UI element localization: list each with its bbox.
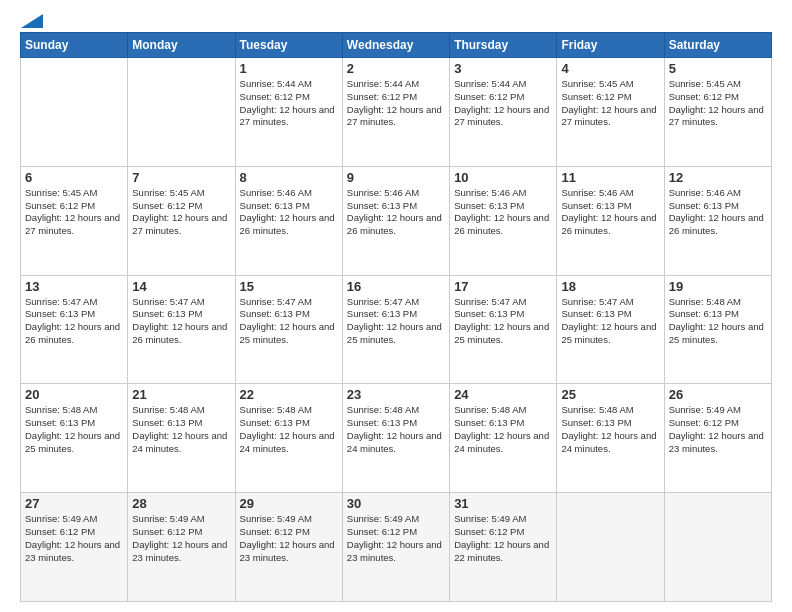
cell-info: Sunrise: 5:46 AM Sunset: 6:13 PM Dayligh… [347, 187, 445, 238]
calendar-cell [128, 58, 235, 167]
calendar-cell: 22Sunrise: 5:48 AM Sunset: 6:13 PM Dayli… [235, 384, 342, 493]
cell-info: Sunrise: 5:44 AM Sunset: 6:12 PM Dayligh… [347, 78, 445, 129]
day-number: 23 [347, 387, 445, 402]
header-saturday: Saturday [664, 33, 771, 58]
day-number: 15 [240, 279, 338, 294]
day-number: 3 [454, 61, 552, 76]
day-number: 11 [561, 170, 659, 185]
cell-info: Sunrise: 5:45 AM Sunset: 6:12 PM Dayligh… [25, 187, 123, 238]
header-friday: Friday [557, 33, 664, 58]
week-row-1: 6Sunrise: 5:45 AM Sunset: 6:12 PM Daylig… [21, 166, 772, 275]
cell-info: Sunrise: 5:46 AM Sunset: 6:13 PM Dayligh… [454, 187, 552, 238]
day-number: 21 [132, 387, 230, 402]
logo-icon [21, 14, 43, 28]
cell-info: Sunrise: 5:47 AM Sunset: 6:13 PM Dayligh… [454, 296, 552, 347]
cell-info: Sunrise: 5:49 AM Sunset: 6:12 PM Dayligh… [25, 513, 123, 564]
cell-info: Sunrise: 5:44 AM Sunset: 6:12 PM Dayligh… [454, 78, 552, 129]
calendar-cell: 17Sunrise: 5:47 AM Sunset: 6:13 PM Dayli… [450, 275, 557, 384]
week-row-4: 27Sunrise: 5:49 AM Sunset: 6:12 PM Dayli… [21, 493, 772, 602]
calendar-cell: 3Sunrise: 5:44 AM Sunset: 6:12 PM Daylig… [450, 58, 557, 167]
calendar-cell: 25Sunrise: 5:48 AM Sunset: 6:13 PM Dayli… [557, 384, 664, 493]
calendar-cell: 14Sunrise: 5:47 AM Sunset: 6:13 PM Dayli… [128, 275, 235, 384]
day-number: 16 [347, 279, 445, 294]
cell-info: Sunrise: 5:49 AM Sunset: 6:12 PM Dayligh… [347, 513, 445, 564]
cell-info: Sunrise: 5:45 AM Sunset: 6:12 PM Dayligh… [561, 78, 659, 129]
header-monday: Monday [128, 33, 235, 58]
calendar-cell: 16Sunrise: 5:47 AM Sunset: 6:13 PM Dayli… [342, 275, 449, 384]
cell-info: Sunrise: 5:46 AM Sunset: 6:13 PM Dayligh… [561, 187, 659, 238]
calendar-cell: 4Sunrise: 5:45 AM Sunset: 6:12 PM Daylig… [557, 58, 664, 167]
calendar-cell: 1Sunrise: 5:44 AM Sunset: 6:12 PM Daylig… [235, 58, 342, 167]
day-number: 8 [240, 170, 338, 185]
day-number: 18 [561, 279, 659, 294]
logo [20, 18, 43, 24]
calendar-cell: 24Sunrise: 5:48 AM Sunset: 6:13 PM Dayli… [450, 384, 557, 493]
cell-info: Sunrise: 5:48 AM Sunset: 6:13 PM Dayligh… [240, 404, 338, 455]
calendar-cell: 31Sunrise: 5:49 AM Sunset: 6:12 PM Dayli… [450, 493, 557, 602]
day-number: 10 [454, 170, 552, 185]
day-number: 31 [454, 496, 552, 511]
day-number: 12 [669, 170, 767, 185]
header [20, 18, 772, 24]
cell-info: Sunrise: 5:47 AM Sunset: 6:13 PM Dayligh… [132, 296, 230, 347]
day-number: 28 [132, 496, 230, 511]
header-thursday: Thursday [450, 33, 557, 58]
day-number: 24 [454, 387, 552, 402]
calendar-cell: 26Sunrise: 5:49 AM Sunset: 6:12 PM Dayli… [664, 384, 771, 493]
cell-info: Sunrise: 5:46 AM Sunset: 6:13 PM Dayligh… [240, 187, 338, 238]
calendar-cell [21, 58, 128, 167]
cell-info: Sunrise: 5:47 AM Sunset: 6:13 PM Dayligh… [347, 296, 445, 347]
calendar-cell: 29Sunrise: 5:49 AM Sunset: 6:12 PM Dayli… [235, 493, 342, 602]
calendar-cell: 7Sunrise: 5:45 AM Sunset: 6:12 PM Daylig… [128, 166, 235, 275]
cell-info: Sunrise: 5:48 AM Sunset: 6:13 PM Dayligh… [561, 404, 659, 455]
calendar-cell: 27Sunrise: 5:49 AM Sunset: 6:12 PM Dayli… [21, 493, 128, 602]
week-row-0: 1Sunrise: 5:44 AM Sunset: 6:12 PM Daylig… [21, 58, 772, 167]
header-tuesday: Tuesday [235, 33, 342, 58]
header-sunday: Sunday [21, 33, 128, 58]
calendar-cell: 23Sunrise: 5:48 AM Sunset: 6:13 PM Dayli… [342, 384, 449, 493]
day-number: 13 [25, 279, 123, 294]
calendar-cell: 18Sunrise: 5:47 AM Sunset: 6:13 PM Dayli… [557, 275, 664, 384]
day-number: 7 [132, 170, 230, 185]
cell-info: Sunrise: 5:45 AM Sunset: 6:12 PM Dayligh… [132, 187, 230, 238]
calendar-cell [557, 493, 664, 602]
week-row-3: 20Sunrise: 5:48 AM Sunset: 6:13 PM Dayli… [21, 384, 772, 493]
day-number: 2 [347, 61, 445, 76]
day-number: 27 [25, 496, 123, 511]
day-number: 4 [561, 61, 659, 76]
calendar-cell: 15Sunrise: 5:47 AM Sunset: 6:13 PM Dayli… [235, 275, 342, 384]
day-number: 14 [132, 279, 230, 294]
calendar-cell: 9Sunrise: 5:46 AM Sunset: 6:13 PM Daylig… [342, 166, 449, 275]
cell-info: Sunrise: 5:48 AM Sunset: 6:13 PM Dayligh… [347, 404, 445, 455]
cell-info: Sunrise: 5:49 AM Sunset: 6:12 PM Dayligh… [132, 513, 230, 564]
calendar-cell: 28Sunrise: 5:49 AM Sunset: 6:12 PM Dayli… [128, 493, 235, 602]
cell-info: Sunrise: 5:48 AM Sunset: 6:13 PM Dayligh… [132, 404, 230, 455]
day-number: 20 [25, 387, 123, 402]
header-wednesday: Wednesday [342, 33, 449, 58]
cell-info: Sunrise: 5:47 AM Sunset: 6:13 PM Dayligh… [561, 296, 659, 347]
day-number: 26 [669, 387, 767, 402]
week-row-2: 13Sunrise: 5:47 AM Sunset: 6:13 PM Dayli… [21, 275, 772, 384]
calendar-cell: 20Sunrise: 5:48 AM Sunset: 6:13 PM Dayli… [21, 384, 128, 493]
calendar-table: SundayMondayTuesdayWednesdayThursdayFrid… [20, 32, 772, 602]
day-number: 30 [347, 496, 445, 511]
calendar-cell [664, 493, 771, 602]
cell-info: Sunrise: 5:49 AM Sunset: 6:12 PM Dayligh… [454, 513, 552, 564]
calendar-cell: 21Sunrise: 5:48 AM Sunset: 6:13 PM Dayli… [128, 384, 235, 493]
cell-info: Sunrise: 5:46 AM Sunset: 6:13 PM Dayligh… [669, 187, 767, 238]
day-number: 17 [454, 279, 552, 294]
day-number: 5 [669, 61, 767, 76]
calendar-body: 1Sunrise: 5:44 AM Sunset: 6:12 PM Daylig… [21, 58, 772, 602]
cell-info: Sunrise: 5:48 AM Sunset: 6:13 PM Dayligh… [25, 404, 123, 455]
calendar-cell: 5Sunrise: 5:45 AM Sunset: 6:12 PM Daylig… [664, 58, 771, 167]
day-number: 22 [240, 387, 338, 402]
page: SundayMondayTuesdayWednesdayThursdayFrid… [0, 0, 792, 612]
calendar-cell: 30Sunrise: 5:49 AM Sunset: 6:12 PM Dayli… [342, 493, 449, 602]
cell-info: Sunrise: 5:45 AM Sunset: 6:12 PM Dayligh… [669, 78, 767, 129]
svg-marker-0 [21, 14, 43, 28]
day-number: 1 [240, 61, 338, 76]
calendar-cell: 13Sunrise: 5:47 AM Sunset: 6:13 PM Dayli… [21, 275, 128, 384]
cell-info: Sunrise: 5:48 AM Sunset: 6:13 PM Dayligh… [669, 296, 767, 347]
cell-info: Sunrise: 5:44 AM Sunset: 6:12 PM Dayligh… [240, 78, 338, 129]
header-row: SundayMondayTuesdayWednesdayThursdayFrid… [21, 33, 772, 58]
